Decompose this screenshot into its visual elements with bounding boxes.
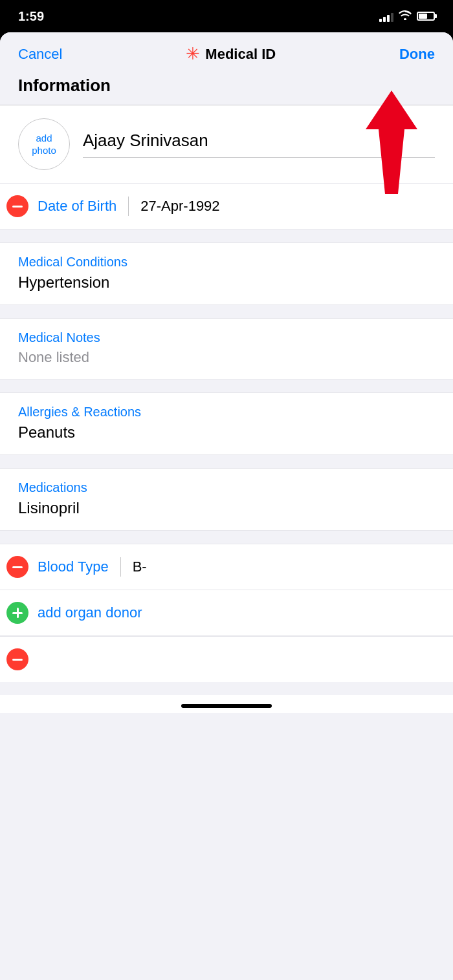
dob-value[interactable]: 27-Apr-1992 (140, 198, 219, 215)
cancel-button[interactable]: Cancel (18, 46, 62, 63)
medical-notes-value[interactable]: None listed (18, 349, 435, 366)
nav-title-label: Medical ID (205, 46, 276, 63)
status-icons (379, 10, 435, 23)
page-wrapper: 1:59 Cancel ✳ Medical ID (0, 0, 453, 980)
medical-notes-section: Medical Notes None listed (0, 318, 453, 379)
nav-bar: Cancel ✳ Medical ID Done (0, 32, 453, 70)
bottom-indicator (0, 695, 453, 713)
dob-row: Date of Birth 27-Apr-1992 (0, 184, 453, 229)
allergies-label: Allergies & Reactions (18, 405, 435, 420)
allergies-value[interactable]: Peanuts (18, 423, 435, 442)
time: 1:59 (18, 9, 44, 24)
medical-conditions-value[interactable]: Hypertension (18, 273, 435, 292)
medical-conditions-label: Medical Conditions (18, 255, 435, 270)
signal-icon (379, 10, 393, 22)
last-row (0, 636, 453, 682)
battery-icon (417, 12, 435, 21)
status-bar: 1:59 (0, 0, 453, 32)
main-container: Cancel ✳ Medical ID Done Information add… (0, 32, 453, 980)
medical-conditions-section: Medical Conditions Hypertension (0, 242, 453, 305)
organ-donor-label[interactable]: add organ donor (38, 604, 142, 621)
profile-name[interactable]: Ajaay Srinivasan (83, 131, 435, 158)
nav-title: ✳ Medical ID (186, 44, 276, 64)
add-photo-button[interactable]: addphoto (18, 118, 70, 170)
blood-type-row: Blood Type B- (0, 544, 453, 590)
dob-remove-button[interactable] (6, 195, 28, 217)
information-label: Information (18, 76, 111, 95)
blood-type-remove-button[interactable] (6, 556, 28, 578)
medications-value[interactable]: Lisinopril (18, 499, 435, 517)
dob-label: Date of Birth (38, 198, 116, 215)
allergies-section: Allergies & Reactions Peanuts (0, 392, 453, 455)
add-organ-donor-button[interactable] (6, 602, 28, 624)
profile-row: addphoto Ajaay Srinivasan (0, 105, 453, 184)
dob-divider (128, 197, 129, 216)
blood-type-divider (120, 557, 121, 577)
medications-section: Medications Lisinopril (0, 468, 453, 531)
add-photo-label: addphoto (32, 132, 56, 157)
blood-type-label: Blood Type (38, 559, 109, 575)
medical-notes-label: Medical Notes (18, 330, 435, 345)
organ-donor-row: add organ donor (0, 590, 453, 636)
information-header: Information (0, 70, 453, 105)
done-button[interactable]: Done (399, 46, 435, 63)
home-indicator (181, 704, 272, 708)
blood-type-value[interactable]: B- (133, 559, 147, 575)
last-remove-button[interactable] (6, 648, 28, 670)
wifi-icon (399, 10, 412, 23)
medications-label: Medications (18, 480, 435, 495)
medical-asterisk-icon: ✳ (186, 44, 200, 64)
